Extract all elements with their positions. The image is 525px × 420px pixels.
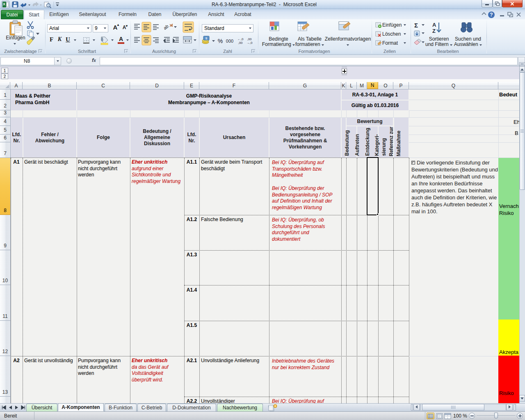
svg-text:?: ? [490, 12, 493, 18]
svg-text:←,0: ←,0 [237, 37, 244, 41]
svg-text:→,0: →,0 [247, 41, 253, 45]
svg-text:,00: ,00 [247, 37, 252, 41]
svg-text:ab: ab [162, 24, 169, 31]
svg-text:Σ: Σ [414, 22, 418, 29]
svg-text:A: A [432, 22, 436, 28]
svg-text:000: 000 [226, 39, 233, 43]
svg-text:$: $ [205, 37, 208, 40]
svg-text:Z: Z [432, 28, 436, 34]
svg-text:,00: ,00 [238, 41, 243, 45]
svg-text:%: % [218, 38, 223, 44]
